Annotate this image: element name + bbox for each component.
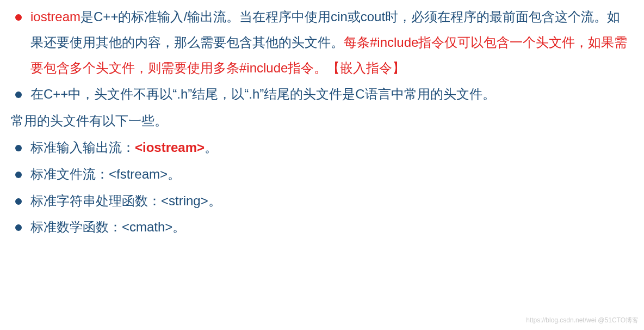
plain-line-text: 常用的头文件有以下一些。: [11, 113, 168, 128]
content-list: iostream是C++的标准输入/输出流。当在程序中使用cin或cout时，必…: [11, 4, 633, 107]
bullet6-text: 标准数学函数：<cmath>。: [30, 219, 185, 234]
bullet-stdio-stream: 标准输入输出流：<iostream>。: [11, 135, 633, 161]
bullet-file-stream: 标准文件流：<fstream>。: [11, 162, 633, 187]
bullet-iostream: iostream是C++的标准输入/输出流。当在程序中使用cin或cout时，必…: [11, 4, 633, 81]
iostream-highlight: <iostream>: [135, 140, 205, 155]
common-headers-intro: 常用的头文件有以下一些。: [11, 108, 633, 134]
bullet-cmath: 标准数学函数：<cmath>。: [11, 215, 633, 240]
bullet-header-ext: 在C++中，头文件不再以“.h”结尾，以“.h”结尾的头文件是C语言中常用的头文…: [11, 82, 633, 107]
bullet-string: 标准字符串处理函数：<string>。: [11, 188, 633, 214]
bullet3-prefix: 标准输入输出流：: [30, 140, 135, 155]
bullet5-text: 标准字符串处理函数：<string>。: [30, 193, 221, 208]
watermark: https://blog.csdn.net/wei @51CTO博客: [526, 314, 639, 327]
bullet3-suffix: 。: [205, 140, 218, 155]
bullet2-text: 在C++中，头文件不再以“.h”结尾，以“.h”结尾的头文件是C语言中常用的头文…: [30, 87, 496, 101]
bullet4-text: 标准文件流：<fstream>。: [30, 167, 181, 181]
header-files-list: 标准输入输出流：<iostream>。 标准文件流：<fstream>。 标准字…: [11, 135, 633, 240]
iostream-keyword: iostream: [30, 9, 81, 24]
